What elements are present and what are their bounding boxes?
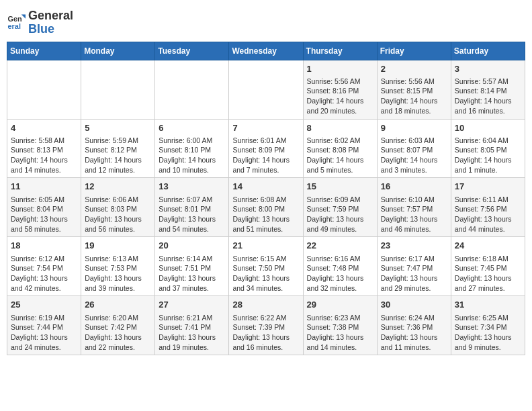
day-number: 24 <box>455 240 521 252</box>
svg-text:eral: eral <box>8 22 21 30</box>
day-info: Sunrise: 5:58 AM <box>11 136 77 146</box>
day-number: 19 <box>85 240 151 252</box>
day-info: Sunrise: 6:02 AM <box>307 136 373 146</box>
day-info: Sunset: 8:12 PM <box>85 145 151 155</box>
calendar-header-row: SundayMondayTuesdayWednesdayThursdayFrid… <box>7 42 525 60</box>
day-info: Sunset: 7:41 PM <box>159 322 225 332</box>
calendar-cell <box>7 60 81 119</box>
day-number: 20 <box>159 240 225 252</box>
day-info: Sunset: 7:44 PM <box>11 322 77 332</box>
day-info: Daylight: 13 hours and 11 minutes. <box>381 332 447 352</box>
calendar-cell <box>229 60 303 119</box>
day-number: 27 <box>159 299 225 311</box>
day-info: Sunset: 7:59 PM <box>307 204 373 214</box>
day-header-monday: Monday <box>81 42 155 60</box>
logo-blue-text: Blue <box>28 22 54 36</box>
day-info: Sunset: 7:48 PM <box>307 263 373 273</box>
day-number: 7 <box>232 122 299 134</box>
day-info: Daylight: 13 hours and 42 minutes. <box>11 273 77 293</box>
day-info: Daylight: 13 hours and 46 minutes. <box>381 214 447 234</box>
day-info: Sunset: 8:16 PM <box>307 86 373 96</box>
day-info: Sunrise: 6:13 AM <box>85 254 151 264</box>
day-info: Sunset: 8:00 PM <box>232 204 299 214</box>
day-info: Sunset: 7:36 PM <box>381 322 447 332</box>
day-info: Sunset: 8:07 PM <box>381 145 447 155</box>
day-number: 25 <box>11 299 77 311</box>
day-info: Sunrise: 5:56 AM <box>307 77 373 87</box>
day-number: 14 <box>232 181 299 193</box>
day-info: Daylight: 13 hours and 56 minutes. <box>85 214 151 234</box>
day-number: 8 <box>307 122 373 134</box>
day-number: 29 <box>307 299 373 311</box>
day-info: Sunset: 7:54 PM <box>11 263 77 273</box>
day-number: 5 <box>85 122 151 134</box>
calendar-cell: 28Sunrise: 6:22 AMSunset: 7:39 PMDayligh… <box>229 296 303 355</box>
day-info: Sunrise: 6:16 AM <box>307 254 373 264</box>
day-info: Sunset: 8:05 PM <box>455 145 521 155</box>
day-info: Sunset: 8:10 PM <box>159 145 225 155</box>
day-info: Sunrise: 6:03 AM <box>381 136 447 146</box>
day-info: Daylight: 13 hours and 54 minutes. <box>159 214 225 234</box>
day-info: Daylight: 13 hours and 27 minutes. <box>455 273 521 293</box>
calendar-cell: 31Sunrise: 6:25 AMSunset: 7:34 PMDayligh… <box>451 296 525 355</box>
calendar-cell: 22Sunrise: 6:16 AMSunset: 7:48 PMDayligh… <box>303 237 377 296</box>
calendar-cell: 16Sunrise: 6:10 AMSunset: 7:57 PMDayligh… <box>377 178 451 237</box>
logo-general-text: General <box>28 9 73 22</box>
day-header-saturday: Saturday <box>451 42 525 60</box>
day-info: Sunset: 8:13 PM <box>11 145 77 155</box>
day-header-sunday: Sunday <box>7 42 81 60</box>
day-info: Sunrise: 5:57 AM <box>455 77 521 87</box>
calendar-cell: 19Sunrise: 6:13 AMSunset: 7:53 PMDayligh… <box>81 237 155 296</box>
calendar-cell: 8Sunrise: 6:02 AMSunset: 8:08 PMDaylight… <box>303 119 377 178</box>
day-info: Sunrise: 6:23 AM <box>307 313 373 323</box>
day-info: Sunrise: 5:56 AM <box>381 77 447 87</box>
day-number: 18 <box>11 240 77 252</box>
day-number: 31 <box>455 299 521 311</box>
day-info: Sunrise: 6:22 AM <box>232 313 299 323</box>
day-number: 6 <box>159 122 225 134</box>
day-info: Daylight: 14 hours and 3 minutes. <box>381 155 447 175</box>
day-info: Sunrise: 6:25 AM <box>455 313 521 323</box>
calendar-cell: 4Sunrise: 5:58 AMSunset: 8:13 PMDaylight… <box>7 119 81 178</box>
day-info: Sunset: 8:08 PM <box>307 145 373 155</box>
calendar-cell <box>155 60 229 119</box>
day-info: Sunset: 8:04 PM <box>11 204 77 214</box>
day-number: 28 <box>232 299 299 311</box>
calendar-cell: 11Sunrise: 6:05 AMSunset: 8:04 PMDayligh… <box>7 178 81 237</box>
day-info: Daylight: 13 hours and 51 minutes. <box>232 214 299 234</box>
day-info: Daylight: 13 hours and 29 minutes. <box>381 273 447 293</box>
logo: Gen eral General Blue <box>7 7 73 36</box>
day-info: Daylight: 13 hours and 19 minutes. <box>159 332 225 352</box>
calendar-cell: 1Sunrise: 5:56 AMSunset: 8:16 PMDaylight… <box>303 60 377 119</box>
day-number: 26 <box>85 299 151 311</box>
day-info: Sunset: 7:51 PM <box>159 263 225 273</box>
day-number: 11 <box>11 181 77 193</box>
day-info: Daylight: 13 hours and 14 minutes. <box>307 332 373 352</box>
calendar-cell: 21Sunrise: 6:15 AMSunset: 7:50 PMDayligh… <box>229 237 303 296</box>
day-info: Daylight: 13 hours and 44 minutes. <box>455 214 521 234</box>
day-info: Daylight: 13 hours and 22 minutes. <box>85 332 151 352</box>
day-info: Sunrise: 6:14 AM <box>159 254 225 264</box>
day-info: Sunset: 8:14 PM <box>455 86 521 96</box>
calendar-week-row: 25Sunrise: 6:19 AMSunset: 7:44 PMDayligh… <box>7 296 525 355</box>
day-info: Sunset: 8:01 PM <box>159 204 225 214</box>
day-info: Sunset: 8:15 PM <box>381 86 447 96</box>
calendar-cell: 25Sunrise: 6:19 AMSunset: 7:44 PMDayligh… <box>7 296 81 355</box>
day-info: Sunset: 8:09 PM <box>232 145 299 155</box>
day-number: 9 <box>381 122 447 134</box>
calendar-cell: 3Sunrise: 5:57 AMSunset: 8:14 PMDaylight… <box>451 60 525 119</box>
day-info: Sunset: 7:47 PM <box>381 263 447 273</box>
day-info: Daylight: 14 hours and 20 minutes. <box>307 96 373 116</box>
day-info: Daylight: 13 hours and 9 minutes. <box>455 332 521 352</box>
day-info: Sunrise: 6:10 AM <box>381 195 447 205</box>
day-info: Sunrise: 6:20 AM <box>85 313 151 323</box>
calendar-cell: 10Sunrise: 6:04 AMSunset: 8:05 PMDayligh… <box>451 119 525 178</box>
day-info: Sunrise: 6:08 AM <box>232 195 299 205</box>
calendar-cell: 5Sunrise: 5:59 AMSunset: 8:12 PMDaylight… <box>81 119 155 178</box>
day-info: Sunset: 7:57 PM <box>381 204 447 214</box>
calendar-cell: 6Sunrise: 6:00 AMSunset: 8:10 PMDaylight… <box>155 119 229 178</box>
day-info: Daylight: 13 hours and 39 minutes. <box>85 273 151 293</box>
day-info: Sunset: 7:34 PM <box>455 322 521 332</box>
day-info: Sunrise: 6:15 AM <box>232 254 299 264</box>
day-number: 3 <box>455 63 521 75</box>
